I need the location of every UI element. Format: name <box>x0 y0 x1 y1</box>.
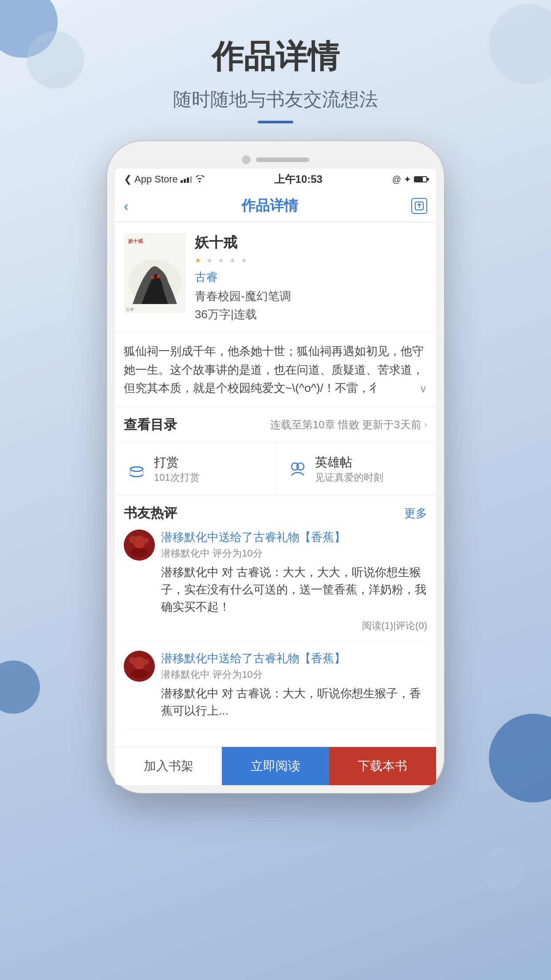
phone-screen: ❮ App Store 上午10:53 @ ✦ <box>115 169 436 785</box>
review-title-1: 潜移默化中送给了古睿礼物【香蕉】 <box>161 530 427 545</box>
hero-post-action[interactable]: 英雄帖 见证真爱的时刻 <box>276 443 437 495</box>
page-header: 作品详情 随时随地与书友交流想法 <box>0 0 551 123</box>
hero-post-text: 英雄帖 见证真爱的时刻 <box>315 454 383 484</box>
signal-bars <box>181 176 192 183</box>
review-text-2: 潜移默化中 对 古睿说：大大，听说你想生猴子，香蕉可以行上... <box>161 685 427 719</box>
review-item-2[interactable]: 潜移默化中送给了古睿礼物【香蕉】 潜移默化中 评分为10分 潜移默化中 对 古睿… <box>124 651 427 729</box>
phone-top-bar <box>115 149 436 169</box>
share-button[interactable] <box>411 198 427 214</box>
tip-count: 101次打赏 <box>154 471 200 484</box>
update-info: 更新于3天前 <box>362 418 421 432</box>
review-content-1: 潜移默化中送给了古睿礼物【香蕉】 潜移默化中 评分为10分 潜移默化中 对 古睿… <box>161 530 427 632</box>
reviews-more[interactable]: 更多 <box>404 506 427 521</box>
title-underline <box>258 121 293 123</box>
status-left: ❮ App Store <box>124 174 205 185</box>
actions-row: 打赏 101次打赏 英雄帖 见证真爱的时刻 <box>115 443 436 495</box>
read-now-button[interactable]: 立即阅读 <box>222 747 329 785</box>
svg-point-17 <box>143 538 149 543</box>
book-title: 妖十戒 <box>195 233 427 253</box>
star-5: ★ <box>241 256 251 266</box>
review-meta-2: 潜移默化中 评分为10分 <box>161 668 427 681</box>
description-text: 狐仙祠一别成千年，他杀她十世；狐仙祠再遇如初见，他守她一生。这个故事讲的是道，也… <box>124 344 424 395</box>
add-to-shelf-button[interactable]: 加入书架 <box>115 747 222 785</box>
chapter-info: 连载至第10章 惜败 <box>270 418 359 432</box>
book-words: 36万字|连载 <box>195 307 427 322</box>
review-user-1: 潜移默化中 <box>161 548 210 559</box>
svg-text:妖十戒: 妖十戒 <box>128 238 143 244</box>
star-2: ★ <box>206 256 216 266</box>
review-title-2: 潜移默化中送给了古睿礼物【香蕉】 <box>161 651 427 666</box>
book-cover: 妖十戒 古睿 <box>124 233 186 313</box>
svg-text:古睿: 古睿 <box>126 307 134 312</box>
svg-point-5 <box>157 275 160 278</box>
svg-point-18 <box>130 548 148 557</box>
back-indicator: ❮ <box>124 174 132 185</box>
bg-decoration-6 <box>480 847 524 891</box>
battery-fill <box>415 177 423 182</box>
hero-post-icon <box>287 458 309 480</box>
page-subtitle: 随时随地与书友交流想法 <box>0 87 551 112</box>
wifi-icon <box>195 174 205 185</box>
review-score-val-2: 评分为10分 <box>213 669 262 680</box>
review-item-1[interactable]: 潜移默化中送给了古睿礼物【香蕉】 潜移默化中 评分为10分 潜移默化中 对 古睿… <box>124 530 427 642</box>
status-right: @ ✦ <box>392 174 427 185</box>
phone-camera <box>242 155 251 164</box>
status-bar: ❮ App Store 上午10:53 @ ✦ <box>115 169 436 190</box>
tip-action[interactable]: 打赏 101次打赏 <box>115 443 276 495</box>
reviews-section: 书友热评 更多 潜移默化中送给了 <box>115 495 436 747</box>
expand-arrow[interactable]: ∨ <box>419 380 427 397</box>
battery-icon <box>414 176 427 182</box>
review-meta-1: 潜移默化中 评分为10分 <box>161 547 427 560</box>
phone-mockup: ❮ App Store 上午10:53 @ ✦ <box>107 141 444 793</box>
review-user-2: 潜移默化中 <box>161 669 210 680</box>
carrier-label: App Store <box>134 174 178 185</box>
svg-point-4 <box>151 276 154 279</box>
svg-point-23 <box>130 669 148 678</box>
hero-post-desc: 见证真爱的时刻 <box>315 471 383 484</box>
star-1: ★ <box>195 256 205 266</box>
catalog-info: 连载至第10章 惜败 更新于3天前 › <box>270 418 427 432</box>
catalog-section[interactable]: 查看目录 连载至第10章 惜败 更新于3天前 › <box>115 407 436 443</box>
location-icon: @ <box>392 174 401 185</box>
book-stars: ★ ★ ★ ★ ★ <box>195 256 427 266</box>
reviews-title: 书友热评 <box>124 504 177 522</box>
star-3: ★ <box>218 256 228 266</box>
tip-name: 打赏 <box>154 454 200 471</box>
svg-point-13 <box>297 463 304 470</box>
star-4: ★ <box>229 256 239 266</box>
review-avatar-2 <box>124 651 155 682</box>
catalog-title: 查看目录 <box>124 416 177 434</box>
book-author[interactable]: 古睿 <box>195 269 427 285</box>
review-stats-1: 阅读(1)|评论(0) <box>161 619 427 632</box>
status-time: 上午10:53 <box>274 172 323 186</box>
hero-post-name: 英雄帖 <box>315 454 383 471</box>
catalog-arrow: › <box>424 419 427 431</box>
reviews-header: 书友热评 更多 <box>124 504 427 522</box>
book-info-section: 妖十戒 古睿 <box>115 222 436 333</box>
tip-icon <box>126 458 148 480</box>
phone-speaker <box>256 158 309 162</box>
download-button[interactable]: 下载本书 <box>329 747 436 785</box>
tip-text: 打赏 101次打赏 <box>154 454 200 484</box>
svg-point-16 <box>129 536 136 543</box>
book-description: 狐仙祠一别成千年，他杀她十世；狐仙祠再遇如初见，他守她一生。这个故事讲的是道，也… <box>115 333 436 407</box>
nav-bar: ‹ 作品详情 <box>115 190 436 222</box>
review-avatar-1 <box>124 530 155 561</box>
svg-point-21 <box>129 657 136 664</box>
book-genre: 青春校园-魔幻笔调 <box>195 288 427 304</box>
review-text-1: 潜移默化中 对 古睿说：大大，大大，听说你想生猴子，实在没有什么可送的，送一筐香… <box>161 564 427 616</box>
bottom-bar: 加入书架 立即阅读 下载本书 <box>115 747 436 785</box>
review-score-val-1: 评分为10分 <box>213 548 262 559</box>
svg-point-22 <box>143 659 149 664</box>
book-details: 妖十戒 ★ ★ ★ ★ ★ 古睿 青春校园-魔幻笔调 36万字|连载 <box>195 233 427 322</box>
bluetooth-icon: ✦ <box>404 174 411 185</box>
back-button[interactable]: ‹ <box>124 198 129 214</box>
page-title: 作品详情 <box>0 36 551 78</box>
book-cover-art: 妖十戒 古睿 <box>124 233 186 313</box>
nav-title: 作品详情 <box>241 196 298 216</box>
review-content-2: 潜移默化中送给了古睿礼物【香蕉】 潜移默化中 评分为10分 潜移默化中 对 古睿… <box>161 651 427 719</box>
phone-container: ❮ App Store 上午10:53 @ ✦ <box>0 141 551 793</box>
